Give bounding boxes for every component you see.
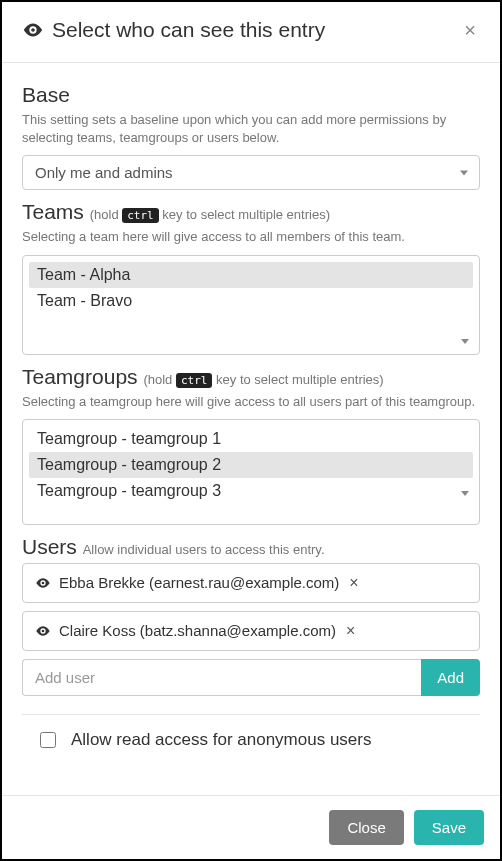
chevron-down-icon — [461, 339, 469, 344]
divider — [22, 714, 480, 715]
add-user-button[interactable]: Add — [421, 659, 480, 696]
users-sub: Allow individual users to access this en… — [83, 542, 325, 557]
teams-heading: Teams (hold ctrl key to select multiple … — [22, 200, 480, 224]
eye-icon — [22, 19, 44, 41]
close-icon[interactable]: × — [460, 19, 480, 42]
eye-icon — [35, 623, 51, 639]
teamgroups-listbox[interactable]: Teamgroup - teamgroup 1Teamgroup - teamg… — [22, 419, 480, 525]
ctrl-key-badge: ctrl — [176, 373, 213, 388]
base-select[interactable]: Only me and admins — [22, 155, 480, 190]
add-user-row: Add — [22, 659, 480, 696]
modal-title-text: Select who can see this entry — [52, 18, 325, 42]
remove-user-icon[interactable]: × — [349, 574, 358, 592]
teamgroups-heading: Teamgroups (hold ctrl key to select mult… — [22, 365, 480, 389]
list-item[interactable]: Team - Alpha — [29, 262, 473, 288]
teams-heading-text: Teams — [22, 200, 84, 223]
list-item[interactable]: Teamgroup - teamgroup 2 — [29, 452, 473, 478]
teams-listbox[interactable]: Team - AlphaTeam - Bravo — [22, 255, 480, 355]
teams-help: Selecting a team here will give access t… — [22, 228, 480, 246]
eye-icon — [35, 575, 51, 591]
permissions-modal: Select who can see this entry × Base Thi… — [2, 2, 500, 859]
anon-access-checkbox[interactable] — [40, 732, 56, 748]
users-heading: Users Allow individual users to access t… — [22, 535, 480, 559]
add-user-input[interactable] — [22, 659, 421, 696]
close-button[interactable]: Close — [329, 810, 403, 845]
modal-title: Select who can see this entry — [22, 18, 460, 42]
modal-header: Select who can see this entry × — [2, 2, 500, 63]
remove-user-icon[interactable]: × — [346, 622, 355, 640]
teamgroups-heading-text: Teamgroups — [22, 365, 138, 388]
modal-body: Base This setting sets a baseline upon w… — [2, 63, 500, 795]
users-heading-text: Users — [22, 535, 77, 558]
teamgroups-help: Selecting a teamgroup here will give acc… — [22, 393, 480, 411]
user-chip: Claire Koss (batz.shanna@example.com)× — [22, 611, 480, 651]
teamgroups-hint: (hold ctrl key to select multiple entrie… — [143, 372, 383, 387]
base-help: This setting sets a baseline upon which … — [22, 111, 480, 147]
anon-access-label[interactable]: Allow read access for anonymous users — [71, 730, 371, 750]
chevron-down-icon — [461, 491, 469, 496]
list-item[interactable]: Teamgroup - teamgroup 1 — [29, 426, 473, 452]
user-chip-label: Claire Koss (batz.shanna@example.com) — [59, 622, 336, 639]
modal-footer: Close Save — [2, 795, 500, 859]
list-item[interactable]: Team - Bravo — [29, 288, 473, 314]
ctrl-key-badge: ctrl — [122, 208, 159, 223]
chevron-down-icon — [460, 170, 468, 175]
list-item[interactable]: Teamgroup - teamgroup 3 — [29, 478, 473, 504]
base-heading: Base — [22, 83, 480, 107]
anon-access-row: Allow read access for anonymous users — [22, 729, 480, 751]
user-chip-label: Ebba Brekke (earnest.rau@example.com) — [59, 574, 339, 591]
base-select-value[interactable]: Only me and admins — [22, 155, 480, 190]
users-chip-list: Ebba Brekke (earnest.rau@example.com)×Cl… — [22, 563, 480, 651]
save-button[interactable]: Save — [414, 810, 484, 845]
teams-hint: (hold ctrl key to select multiple entrie… — [90, 207, 330, 222]
user-chip: Ebba Brekke (earnest.rau@example.com)× — [22, 563, 480, 603]
